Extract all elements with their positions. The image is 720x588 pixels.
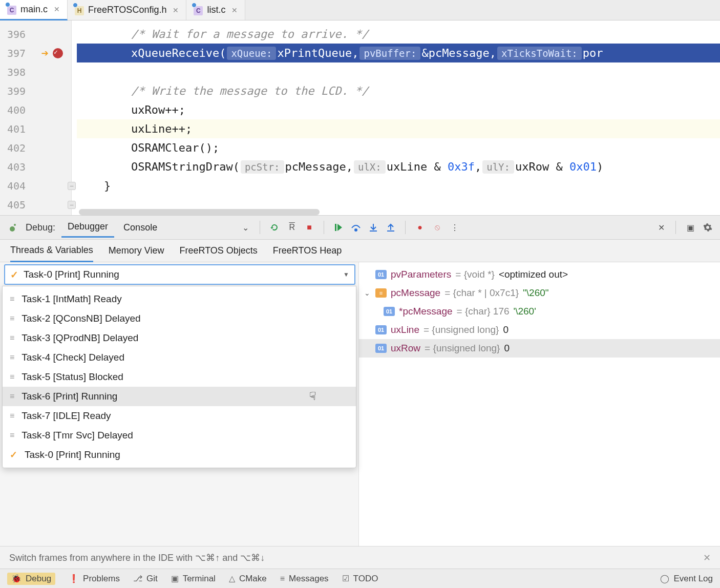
param-hint: pcStr:	[241, 160, 284, 174]
alert-icon: ❗	[69, 574, 79, 583]
problems-tool-window[interactable]: ❗Problems	[69, 574, 120, 584]
reset-button[interactable]: R	[285, 220, 299, 235]
tab-freertosconfig-h[interactable]: H FreeRTOSConfig.h ✕	[68, 0, 186, 20]
thread-item[interactable]: ≡Task-6 [Print] Running☟	[3, 387, 356, 406]
svg-point-4	[355, 229, 357, 231]
thread-item[interactable]: ≡Task-7 [IDLE] Ready	[3, 406, 356, 426]
variable-row[interactable]: ⌄ ≡ pcMessage = {char * | 0x7c1} "\260"	[359, 284, 720, 302]
stack-frame-icon: ≡	[10, 333, 14, 343]
terminal-tool-window[interactable]: ▣Terminal	[171, 574, 216, 584]
tab-main-c[interactable]: C main.c ✕	[0, 0, 68, 20]
code-comment: /* Write the message to the LCD. */	[131, 85, 369, 97]
horizontal-scrollbar[interactable]	[79, 209, 320, 215]
debug-tool-window[interactable]: 🐞Debug	[7, 573, 55, 585]
debug-label: Debug:	[23, 222, 58, 233]
svg-point-0	[10, 226, 15, 232]
tab-list-c[interactable]: C list.c ✕	[186, 0, 245, 20]
cursor-icon: ☟	[309, 390, 316, 403]
thread-selector-label: Task-0 [Print] Running	[24, 269, 119, 280]
close-icon[interactable]: ✕	[52, 5, 60, 13]
threads-variables-tab[interactable]: Threads & Variables	[10, 240, 93, 262]
freertos-heap-tab[interactable]: FreeRTOS Heap	[273, 240, 342, 261]
bubble-icon: ◯	[660, 574, 669, 583]
close-icon[interactable]: ✕	[654, 220, 668, 235]
chevron-down-icon: ▼	[343, 271, 349, 278]
line-number: 405	[7, 199, 26, 211]
breakpoint-verified-icon: ✓	[54, 48, 62, 56]
close-icon[interactable]: ✕	[229, 6, 238, 14]
stack-frame-icon: ≡	[10, 295, 14, 304]
bottom-bar: 🐞Debug ❗Problems ⎇Git ▣Terminal △CMake ≡…	[0, 569, 720, 588]
todo-tool-window[interactable]: ☑TODO	[342, 574, 378, 584]
thread-item[interactable]: ≡Task-1 [IntMath] Ready	[3, 289, 356, 309]
thread-item[interactable]: ≡Task-5 [Status] Blocked	[3, 367, 356, 387]
debugger-tab[interactable]: Debugger	[61, 217, 114, 238]
param-hint: xQueue:	[227, 47, 276, 60]
branch-icon: ⎇	[133, 574, 142, 583]
code-text: OSRAMClear();	[131, 141, 219, 154]
variable-row[interactable]: 01 *pcMessage = {char} 176 '\260'	[359, 302, 720, 321]
variable-row[interactable]: 01 uxLine = {unsigned long} 0	[359, 321, 720, 339]
line-number: 401	[7, 123, 26, 135]
terminal-icon: ▣	[171, 574, 179, 583]
code-text: uxLine++;	[131, 122, 192, 135]
resume-button[interactable]	[331, 220, 346, 235]
stop-button[interactable]: ■	[302, 220, 316, 235]
primitive-icon: 01	[375, 344, 387, 353]
threads-column: ✓ Task-0 [Print] Running ▼ ≡Task-1 [IntM…	[0, 262, 358, 546]
layout-icon[interactable]: ▣	[683, 220, 697, 235]
current-line: xQueueReceive( xQueue: xPrintQueue, pvBu…	[77, 44, 720, 62]
primitive-icon: 01	[375, 270, 387, 279]
gear-icon[interactable]	[701, 220, 715, 235]
thread-item[interactable]: ≡Task-8 [Tmr Svc] Delayed	[3, 426, 356, 445]
step-over-button[interactable]	[349, 220, 363, 235]
line-number: 396	[7, 28, 26, 40]
event-log-tool-window[interactable]: ◯Event Log	[660, 574, 713, 584]
debug-toolbar: Debug: Debugger Console ⌄ R ■ ● ⦸ ⋮ ✕ ▣	[0, 215, 720, 240]
memory-view-tab[interactable]: Memory View	[109, 240, 164, 261]
line-number: 404	[7, 180, 26, 192]
stack-frame-icon: ≡	[10, 392, 14, 401]
console-tab[interactable]: Console	[117, 218, 163, 237]
svg-marker-3	[337, 224, 342, 231]
thread-item[interactable]: ≡Task-2 [QConsNB] Delayed	[3, 309, 356, 328]
git-tool-window[interactable]: ⎇Git	[133, 574, 158, 584]
chevron-down-icon[interactable]: ⌄	[238, 220, 252, 235]
bug-icon: 🐞	[11, 574, 22, 583]
param-hint: ulY:	[482, 160, 514, 174]
chevron-down-icon[interactable]: ⌄	[364, 289, 371, 297]
close-icon[interactable]: ✕	[703, 552, 711, 563]
more-icon[interactable]: ⋮	[448, 220, 462, 235]
file-modified-dot-icon	[73, 3, 78, 8]
thread-item[interactable]: ≡Task-4 [Check] Delayed	[3, 348, 356, 367]
step-into-button[interactable]	[366, 220, 380, 235]
thread-item[interactable]: ≡Task-3 [QProdNB] Delayed	[3, 328, 356, 348]
check-icon: ✓	[10, 449, 17, 460]
close-icon[interactable]: ✕	[171, 6, 179, 14]
step-out-button[interactable]	[384, 220, 398, 235]
rerun-button[interactable]	[267, 220, 282, 235]
stack-frame-icon: ≡	[10, 353, 14, 362]
messages-tool-window[interactable]: ≡Messages	[280, 574, 329, 584]
cmake-tool-window[interactable]: △CMake	[229, 574, 267, 584]
stack-frame-icon: ≡	[10, 411, 14, 421]
mute-breakpoints-button[interactable]: ⦸	[430, 220, 444, 235]
freertos-objects-tab[interactable]: FreeRTOS Objects	[179, 240, 257, 261]
separator	[260, 221, 260, 234]
struct-icon: ≡	[375, 288, 387, 298]
debug-tool-icon[interactable]	[5, 220, 19, 235]
view-breakpoints-button[interactable]: ●	[413, 220, 427, 235]
variable-row[interactable]: 01 pvParameters = {void *} <optimized ou…	[359, 265, 720, 284]
thread-selector[interactable]: ✓ Task-0 [Print] Running ▼	[4, 264, 355, 285]
thread-item[interactable]: ✓Task-0 [Print] Running	[3, 445, 356, 465]
debug-subtabs: Threads & Variables Memory View FreeRTOS…	[0, 240, 720, 262]
gutter[interactable]: 396 397 ➔ ✓ 398 399 400 401 402 403 404—…	[0, 20, 72, 215]
variable-row[interactable]: 01 uxRow = {unsigned long} 0	[359, 339, 720, 358]
code-text: uxRow++;	[131, 103, 185, 116]
separator	[405, 221, 406, 234]
code-area[interactable]: /* Wait for a message to arrive. */ xQue…	[72, 20, 720, 215]
param-hint: ulX:	[354, 160, 386, 174]
code-editor[interactable]: 396 397 ➔ ✓ 398 399 400 401 402 403 404—…	[0, 20, 720, 215]
line-number: 400	[7, 104, 26, 116]
thread-dropdown[interactable]: ≡Task-1 [IntMath] Ready ≡Task-2 [QConsNB…	[2, 286, 356, 468]
